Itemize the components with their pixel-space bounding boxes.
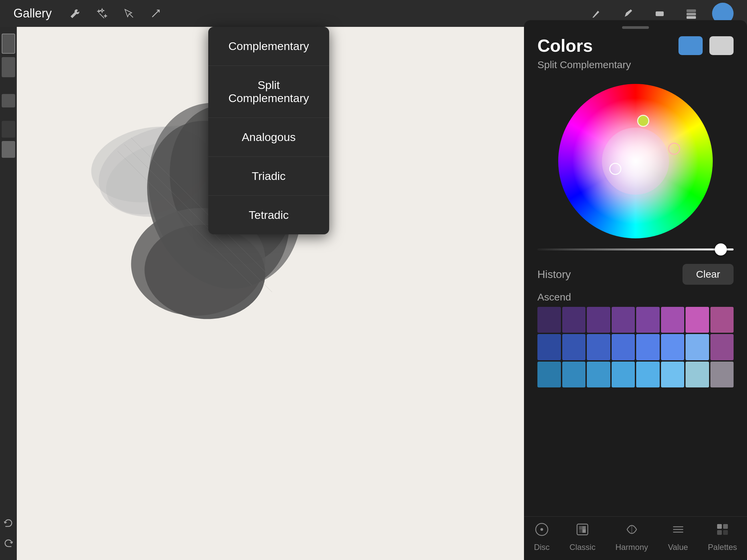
palette-cell-5[interactable] — [661, 307, 685, 333]
colors-panel: Colors Split Complementary History Clear… — [524, 20, 747, 560]
svg-rect-28 — [723, 524, 728, 529]
color-dot-blue[interactable] — [609, 163, 621, 175]
harmony-dropdown: Complementary Split Complementary Analog… — [208, 27, 329, 234]
left-sidebar — [0, 27, 17, 560]
nav-harmony-label: Harmony — [615, 542, 648, 552]
nav-disc-label: Disc — [534, 542, 550, 552]
palette-cell-16[interactable] — [537, 362, 561, 388]
brightness-slider-container — [524, 245, 747, 257]
gallery-button[interactable]: Gallery — [14, 6, 52, 21]
dropdown-item-complementary[interactable]: Complementary — [208, 27, 329, 66]
palette-cell-23[interactable] — [711, 362, 734, 388]
svg-point-18 — [540, 528, 543, 531]
classic-icon — [575, 522, 590, 540]
palette-cell-12[interactable] — [636, 334, 660, 360]
magic-wand-icon[interactable] — [92, 3, 112, 24]
svg-rect-29 — [717, 530, 722, 535]
history-header: History Clear — [537, 264, 733, 285]
palette-cell-9[interactable] — [562, 334, 586, 360]
panel-handle[interactable] — [622, 26, 649, 29]
svg-rect-4 — [687, 16, 696, 19]
palette-cell-11[interactable] — [612, 334, 635, 360]
palette-cell-7[interactable] — [711, 307, 734, 333]
palette-cell-0[interactable] — [537, 307, 561, 333]
palette-section: Ascend — [524, 288, 747, 516]
dropdown-item-tetradic[interactable]: Tetradic — [208, 196, 329, 234]
history-section: History Clear — [524, 257, 747, 288]
nav-value[interactable]: Value — [668, 522, 688, 552]
palette-cell-3[interactable] — [612, 307, 635, 333]
palette-cell-10[interactable] — [587, 334, 610, 360]
svg-rect-21 — [583, 526, 586, 529]
palettes-icon — [715, 522, 730, 540]
value-icon — [671, 522, 686, 540]
svg-rect-30 — [723, 530, 728, 535]
color-slot-3[interactable] — [2, 121, 15, 138]
color-wheel-container — [524, 77, 747, 245]
bottom-navigation: Disc Classic Harmony — [524, 516, 747, 560]
color-slot-1[interactable] — [2, 33, 15, 54]
color-slot-4[interactable] — [2, 141, 15, 158]
svg-rect-1 — [655, 11, 664, 16]
primary-color-swatch[interactable] — [678, 36, 703, 55]
palette-cell-13[interactable] — [661, 334, 685, 360]
disc-icon — [534, 522, 549, 540]
palette-cell-2[interactable] — [587, 307, 610, 333]
brightness-thumb[interactable] — [715, 243, 727, 256]
palette-cell-15[interactable] — [711, 334, 734, 360]
color-dot-yellow-green[interactable] — [637, 115, 649, 127]
nav-palettes[interactable]: Palettes — [708, 522, 737, 552]
palette-cell-21[interactable] — [661, 362, 685, 388]
nav-classic[interactable]: Classic — [570, 522, 595, 552]
nav-classic-label: Classic — [570, 542, 595, 552]
svg-rect-23 — [583, 529, 586, 533]
panel-header: Colors — [524, 29, 747, 59]
palette-cell-18[interactable] — [587, 362, 610, 388]
brush-size-indicator[interactable] — [2, 94, 15, 107]
clear-button[interactable]: Clear — [682, 264, 733, 285]
svg-rect-27 — [717, 524, 722, 529]
nav-disc[interactable]: Disc — [534, 522, 550, 552]
palette-cell-22[interactable] — [686, 362, 709, 388]
palette-cell-6[interactable] — [686, 307, 709, 333]
color-wheel[interactable] — [558, 84, 713, 238]
color-slot-2[interactable] — [2, 57, 15, 77]
dropdown-item-analogous[interactable]: Analogous — [208, 118, 329, 157]
palette-cell-17[interactable] — [562, 362, 586, 388]
svg-rect-2 — [687, 9, 696, 12]
svg-rect-20 — [579, 526, 583, 529]
harmony-icon — [624, 522, 639, 540]
palette-cell-4[interactable] — [636, 307, 660, 333]
palette-cell-1[interactable] — [562, 307, 586, 333]
panel-title: Colors — [537, 35, 672, 56]
dropdown-item-triadic[interactable]: Triadic — [208, 157, 329, 196]
svg-rect-3 — [687, 13, 696, 16]
nav-value-label: Value — [668, 542, 688, 552]
nav-harmony[interactable]: Harmony — [615, 522, 648, 552]
brightness-slider[interactable] — [537, 248, 733, 250]
palette-cell-8[interactable] — [537, 334, 561, 360]
secondary-color-swatch[interactable] — [710, 36, 733, 55]
history-label: History — [537, 268, 571, 281]
svg-line-0 — [129, 14, 133, 18]
wrench-icon[interactable] — [65, 3, 85, 24]
redo-button[interactable] — [2, 536, 15, 550]
panel-subtitle: Split Complementary — [524, 59, 747, 77]
selection-icon[interactable] — [119, 3, 139, 24]
palette-name: Ascend — [537, 291, 733, 303]
svg-rect-22 — [579, 529, 583, 533]
palette-grid — [537, 307, 733, 388]
nav-palettes-label: Palettes — [708, 542, 737, 552]
undo-button[interactable] — [2, 516, 15, 530]
dropdown-item-split-complementary[interactable]: Split Complementary — [208, 66, 329, 118]
palette-cell-19[interactable] — [612, 362, 635, 388]
sidebar-bottom — [2, 516, 15, 560]
transform-icon[interactable] — [146, 3, 166, 24]
color-dot-red-pink[interactable] — [668, 143, 680, 155]
palette-cell-14[interactable] — [686, 334, 709, 360]
palette-cell-20[interactable] — [636, 362, 660, 388]
